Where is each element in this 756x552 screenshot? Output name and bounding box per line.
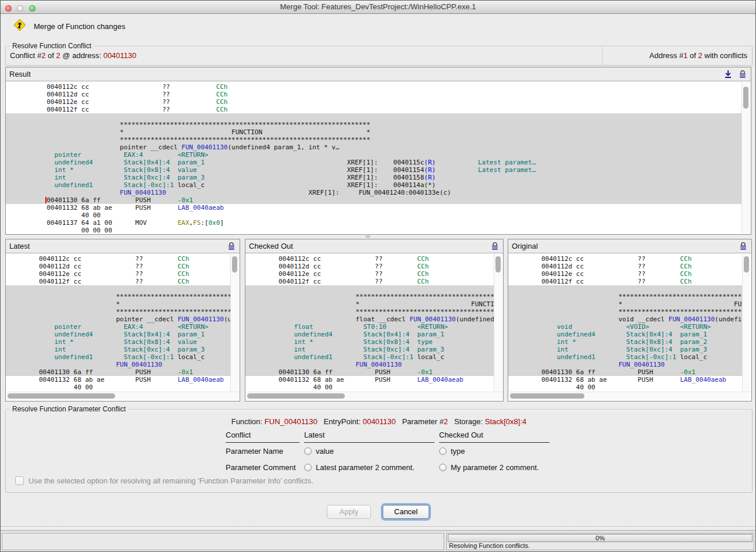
text-segment: Latest paramet…	[436, 166, 536, 174]
latest-listing[interactable]: 0040112c cc ?? CCh 0040112d cc ?? CCh 00…	[6, 253, 231, 392]
horizontal-scrollbar[interactable]	[6, 392, 239, 400]
vertical-scrollbar[interactable]	[742, 254, 751, 392]
text-segment: CCh	[383, 255, 429, 263]
panel-actions	[723, 67, 747, 81]
radio-icon[interactable]	[304, 447, 312, 455]
text-segment: undefined4	[511, 331, 595, 338]
use-for-all-row: Use the selected option for resolving al…	[15, 476, 313, 485]
text-segment: undefined1	[248, 353, 333, 361]
text-segment: CCh	[646, 278, 691, 285]
window-close-button[interactable]	[5, 5, 12, 12]
text-segment: XREF[1]:	[205, 181, 378, 189]
progress-bar: 0%	[448, 534, 753, 542]
listing-line: 00401130 6a ff PUSH -0x1	[508, 368, 743, 376]
listing-line: 00401132 68 ab ae PUSH LAB_0040aeab	[6, 204, 742, 212]
window-minimize-button[interactable]	[17, 5, 23, 12]
text-segment: param_1	[170, 159, 205, 166]
scrollbar-thumb[interactable]	[495, 256, 501, 273]
listing-line: pointer __cdecl FUN_00401130(undefined4 …	[6, 144, 742, 151]
listing-line: 40 00	[6, 383, 231, 391]
original-listing[interactable]: 0040112c cc ?? CCh 0040112d cc ?? CCh 00…	[508, 253, 743, 392]
text-segment: PUSH	[344, 376, 390, 383]
text-segment: (R)	[424, 174, 436, 181]
text-segment: * FUNCTION *	[511, 300, 743, 308]
text-segment: int *	[8, 166, 74, 174]
result-listing[interactable]: 0040112c cc ?? CCh 0040112d cc ?? CCh 00…	[6, 81, 742, 234]
text-segment: undefined4	[248, 331, 333, 338]
text-segment: CCh	[143, 278, 189, 285]
text-segment: FUN_00401240:0040133e(c)	[340, 189, 451, 196]
text-segment: CCh	[170, 91, 227, 98]
option-checked-out-parameter-name[interactable]: type	[439, 443, 550, 459]
lock-icon[interactable]	[490, 242, 500, 251]
column-header-latest: Latest	[304, 431, 434, 443]
text-segment: XREF[1]:	[205, 174, 378, 181]
scrollbar-thumb[interactable]	[744, 256, 749, 273]
text-segment: param_3	[170, 346, 205, 353]
text-segment: Address #	[650, 51, 684, 60]
text-segment: 00401132 68 ab ae	[8, 376, 105, 383]
text-segment: EAX:4	[81, 323, 143, 331]
cancel-button[interactable]: Cancel	[383, 505, 429, 519]
vertical-scrollbar[interactable]	[741, 82, 750, 234]
lock-icon[interactable]	[227, 242, 236, 251]
status-panel-right: 0% Resolving Function conflicts.	[446, 533, 754, 550]
option-latest-parameter-name[interactable]: value	[304, 443, 434, 459]
text-segment: 40 00	[8, 212, 101, 219]
scrollbar-thumb[interactable]	[510, 393, 584, 399]
text-segment: ****************************************…	[8, 308, 231, 316]
vertical-scrollbar[interactable]	[230, 254, 239, 392]
vertical-scrollbar[interactable]	[494, 254, 502, 392]
text-segment: FUN_00401130	[265, 417, 318, 426]
text-segment: ??	[81, 278, 143, 285]
option-latest-parameter-comment[interactable]: Latest parameter 2 comment.	[304, 459, 434, 475]
horizontal-scrollbar[interactable]	[246, 392, 502, 400]
text-segment: 0040112c cc	[248, 255, 321, 263]
apply-button[interactable]: Apply	[327, 505, 371, 519]
listing-line: ****************************************…	[6, 308, 231, 316]
lock-icon[interactable]	[739, 242, 748, 251]
listing-line: ****************************************…	[508, 293, 743, 300]
text-segment: 00401137 64 a1 00	[8, 219, 112, 227]
horizontal-scrollbar[interactable]	[509, 392, 751, 400]
option-checked-out-parameter-comment[interactable]: My parameter 2 comment.	[439, 459, 550, 475]
text-segment: 00401158	[378, 174, 424, 181]
listing-line: float __cdecl FUN_00401130(undefined4 pa…	[245, 316, 494, 323]
listing-line: 0040112e cc ?? CCh	[245, 270, 494, 278]
text-segment: undefined4	[8, 159, 93, 166]
radio-icon[interactable]	[439, 464, 447, 471]
listing-line: FUN_00401130	[508, 361, 743, 368]
listing-line: 0040112c cc ?? CCh	[245, 255, 494, 263]
text-segment: ??	[321, 278, 383, 285]
listing-line: ****************************************…	[6, 136, 742, 144]
splitter-handle[interactable]	[365, 235, 370, 238]
window-zoom-button[interactable]	[29, 5, 35, 12]
checked-out-listing[interactable]: 0040112c cc ?? CCh 0040112d cc ?? CCh 00…	[245, 253, 494, 392]
text-segment: Stack[0xc]:4	[568, 346, 672, 353]
text-segment: XREF[1]:	[166, 189, 340, 196]
listing-line: int * Stack[0x8]:4 value	[6, 338, 231, 346]
text-segment: FUN_00401130	[8, 189, 166, 196]
text-segment: ??	[81, 263, 143, 270]
radio-label: My parameter 2 comment.	[451, 463, 539, 472]
text-segment: of	[45, 51, 56, 60]
scrollbar-thumb[interactable]	[232, 256, 237, 273]
row-label-parameter-name: Parameter Name	[226, 443, 299, 459]
text-segment: CCh	[646, 263, 691, 270]
use-for-all-checkbox[interactable]	[15, 476, 24, 485]
text-segment: 0040112e cc	[248, 270, 321, 278]
listing-line: 0040112e cc ?? CCh	[6, 270, 231, 278]
text-segment: ??	[89, 106, 170, 113]
text-segment: 00401130	[104, 51, 137, 60]
text-segment: int	[511, 346, 568, 353]
scrollbar-thumb[interactable]	[8, 393, 115, 399]
text-segment: param_1	[409, 331, 444, 338]
radio-icon[interactable]	[439, 447, 447, 455]
lock-icon[interactable]	[738, 70, 747, 79]
text-segment: param_3	[409, 346, 444, 353]
scrollbar-thumb[interactable]	[247, 393, 345, 399]
scrollbar-thumb[interactable]	[743, 87, 748, 109]
text-segment: CCh	[143, 263, 189, 270]
scroll-to-end-icon[interactable]	[723, 70, 733, 79]
radio-icon[interactable]	[304, 464, 312, 471]
